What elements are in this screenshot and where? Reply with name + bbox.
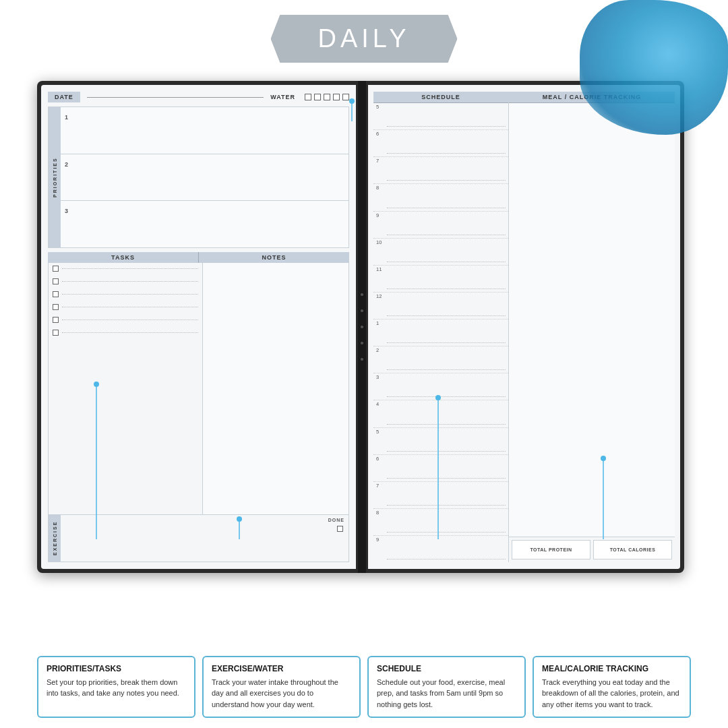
schedule-line-6 xyxy=(387,153,506,154)
notes-col[interactable] xyxy=(203,263,348,514)
schedule-line-7 xyxy=(387,180,506,181)
priority-box-2[interactable]: 2 xyxy=(61,154,348,202)
info-boxes-section: PRIORITIES/TASKS Set your top priorities… xyxy=(0,646,728,729)
info-box-exercise-water: EXERCISE/WATER Track your water intake t… xyxy=(202,656,361,719)
notes-header: NOTES xyxy=(199,252,349,263)
priority-num-3: 3 xyxy=(65,208,68,214)
schedule-line-1pm xyxy=(387,342,506,343)
schedule-row-7pm[interactable]: 7 xyxy=(373,482,508,509)
date-water-row: DATE WATER xyxy=(48,92,349,102)
info-box-schedule: SCHEDULE Schedule out your food, exercis… xyxy=(367,656,526,719)
priority-box-3[interactable]: 3 xyxy=(61,201,348,247)
exercise-section: EXERCISE DONE xyxy=(48,515,349,562)
total-protein-box: TOTAL PROTEIN xyxy=(512,540,590,559)
task-line-6 xyxy=(62,332,198,333)
task-row-2 xyxy=(53,278,198,284)
info-box-title-2: EXERCISE/WATER xyxy=(212,664,351,673)
schedule-row-7am[interactable]: 7 xyxy=(373,157,508,184)
schedule-row-8pm[interactable]: 8 xyxy=(373,509,508,536)
task-line-2 xyxy=(62,281,198,282)
water-checkbox-4[interactable] xyxy=(333,94,340,100)
schedule-row-6am[interactable]: 6 xyxy=(373,130,508,157)
schedule-time-7: 7 xyxy=(376,158,386,164)
task-line-1 xyxy=(62,268,198,269)
schedule-row-11am[interactable]: 11 xyxy=(373,266,508,293)
schedule-header: SCHEDULE xyxy=(373,92,508,103)
schedule-line-8 xyxy=(387,208,506,208)
schedule-line-12 xyxy=(387,315,506,316)
meal-col: MEAL / CALORIE TRACKING TOTAL PROTEIN TO… xyxy=(508,92,675,562)
done-checkbox[interactable] xyxy=(337,526,343,532)
schedule-time-8pm: 8 xyxy=(376,510,386,516)
spine-dot-4 xyxy=(361,342,363,344)
task-row-5 xyxy=(53,317,198,323)
schedule-line-5 xyxy=(387,126,506,127)
schedule-row-10am[interactable]: 10 xyxy=(373,239,508,266)
schedule-row-12pm[interactable]: 12 xyxy=(373,293,508,320)
total-calories-label: TOTAL CALORIES xyxy=(610,547,656,552)
total-protein-label: TOTAL PROTEIN xyxy=(530,547,572,552)
tasks-col xyxy=(49,263,203,514)
schedule-line-11 xyxy=(387,289,506,289)
task-checkbox-1[interactable] xyxy=(53,266,59,272)
schedule-time-10: 10 xyxy=(376,240,386,245)
water-checkbox-1[interactable] xyxy=(305,94,311,100)
spine xyxy=(358,81,366,573)
priority-box-1[interactable]: 1 xyxy=(61,107,348,154)
date-label: DATE xyxy=(48,92,80,102)
schedule-time-9pm: 9 xyxy=(376,537,386,543)
tasks-header: TASKS xyxy=(48,252,199,263)
task-checkbox-5[interactable] xyxy=(53,317,59,323)
info-box-text-2: Track your water intake throughout the d… xyxy=(212,677,351,710)
schedule-row-9am[interactable]: 9 xyxy=(373,212,508,239)
schedule-time-3pm: 3 xyxy=(376,375,386,380)
task-checkbox-6[interactable] xyxy=(53,330,59,336)
schedule-row-8am[interactable]: 8 xyxy=(373,184,508,211)
task-line-4 xyxy=(62,307,198,307)
task-line-5 xyxy=(62,320,198,320)
schedule-row-9pm[interactable]: 9 xyxy=(373,536,508,562)
schedule-row-6pm[interactable]: 6 xyxy=(373,455,508,482)
spine-dot-5 xyxy=(361,358,363,361)
info-box-text-1: Set your top priorities, break them down… xyxy=(47,677,186,699)
schedule-col: SCHEDULE 5 6 7 8 9 10 11 12 1 2 3 4 5 6 … xyxy=(373,92,508,562)
schedule-time-4pm: 4 xyxy=(376,402,386,407)
schedule-row-2pm[interactable]: 2 xyxy=(373,346,508,373)
water-checkbox-3[interactable] xyxy=(324,94,330,100)
water-checkbox-5[interactable] xyxy=(342,94,349,100)
spine-dot-2 xyxy=(361,309,363,312)
info-box-title-1: PRIORITIES/TASKS xyxy=(47,664,186,673)
task-checkbox-2[interactable] xyxy=(53,278,59,284)
info-box-title-4: MEAL/CALORIE TRACKING xyxy=(542,664,681,673)
watercolor-decoration xyxy=(580,0,728,135)
spine-dot-3 xyxy=(361,326,363,328)
task-checkbox-4[interactable] xyxy=(53,304,59,310)
date-line xyxy=(87,97,264,98)
schedule-row-3pm[interactable]: 3 xyxy=(373,373,508,400)
info-box-title-3: SCHEDULE xyxy=(377,664,516,673)
task-row-6 xyxy=(53,330,198,336)
schedule-time-7pm: 7 xyxy=(376,483,386,489)
water-checkbox-2[interactable] xyxy=(314,94,321,100)
schedule-row-5pm[interactable]: 5 xyxy=(373,428,508,455)
schedule-row-5am[interactable]: 5 xyxy=(373,103,508,130)
schedule-line-9 xyxy=(387,235,506,235)
tasks-notes-body xyxy=(48,263,349,515)
task-row-4 xyxy=(53,304,198,310)
schedule-line-2pm xyxy=(387,369,506,370)
task-checkbox-3[interactable] xyxy=(53,291,59,297)
info-box-text-3: Schedule out your food, exercise, meal p… xyxy=(377,677,516,710)
schedule-line-7pm xyxy=(387,505,506,506)
schedule-row-1pm[interactable]: 1 xyxy=(373,320,508,346)
total-calories-box: TOTAL CALORIES xyxy=(593,540,672,559)
meal-body[interactable] xyxy=(509,103,675,537)
right-page: SCHEDULE 5 6 7 8 9 10 11 12 1 2 3 4 5 6 … xyxy=(368,85,680,569)
exercise-content[interactable]: DONE xyxy=(61,515,348,562)
schedule-line-8pm xyxy=(387,532,506,533)
right-columns: SCHEDULE 5 6 7 8 9 10 11 12 1 2 3 4 5 6 … xyxy=(373,92,675,562)
daily-banner: DAILY xyxy=(270,15,457,63)
schedule-time-11: 11 xyxy=(376,267,386,272)
schedule-row-4pm[interactable]: 4 xyxy=(373,400,508,427)
exercise-label: EXERCISE xyxy=(49,515,61,562)
schedule-line-3pm xyxy=(387,396,506,397)
